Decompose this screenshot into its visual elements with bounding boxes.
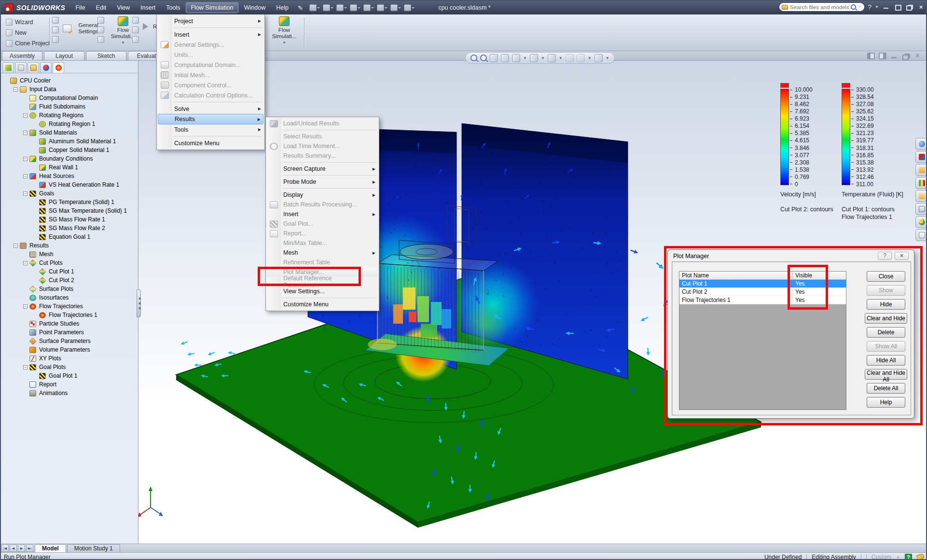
toolbar-icon[interactable] [97, 36, 104, 43]
tree-item-rotating-regions[interactable]: −Rotating Regions [1, 111, 138, 120]
tree-item-heat-sources[interactable]: −Heat Sources [1, 172, 138, 180]
menu-item-load-time-moment[interactable]: Load Time Moment... [267, 141, 378, 151]
menu-item-probe-mode[interactable]: Probe Mode▶ [267, 177, 378, 187]
menu-window[interactable]: Window [239, 2, 270, 13]
menu-item-load-unload-results[interactable]: Load/Unload Results [267, 119, 378, 128]
tree-item-results[interactable]: −Results [1, 241, 138, 250]
expand-collapse-box[interactable]: − [23, 365, 28, 369]
help-button[interactable]: Help [867, 397, 905, 408]
status-custom-dropdown[interactable]: Custom [872, 554, 891, 560]
toolbar-icon[interactable] [132, 36, 139, 43]
close-button[interactable]: × [917, 4, 925, 10]
print-icon[interactable] [350, 4, 357, 11]
tree-item-xy-plots[interactable]: XY Plots [1, 354, 138, 363]
menu-item-mesh[interactable]: Mesh▶ [267, 248, 378, 258]
tree-item-flow-trajectories-1[interactable]: Flow Trajectories 1 [1, 311, 138, 319]
tree-item-volume-parameters[interactable]: Volume Parameters [1, 345, 138, 354]
expand-collapse-box[interactable]: − [23, 261, 28, 265]
tab-sketch[interactable]: Sketch [86, 51, 126, 60]
tree-item-cut-plot-2[interactable]: Cut Plot 2 [1, 276, 138, 285]
menu-item-initial-mesh[interactable]: Initial Mesh... [158, 70, 263, 80]
design-library-tab[interactable] [915, 151, 927, 163]
tree-item-surface-parameters[interactable]: Surface Parameters [1, 337, 138, 345]
toolbar-icon[interactable] [52, 36, 59, 43]
search-input[interactable] [790, 4, 849, 10]
tree-item-vs-heat-generation-rate-1[interactable]: VS Heat Generation Rate 1 [1, 180, 138, 189]
zoom-to-area-icon[interactable] [480, 55, 487, 61]
search-scope-icon[interactable] [782, 5, 788, 10]
zoom-to-fit-icon[interactable] [470, 55, 477, 61]
undo-icon[interactable] [363, 4, 371, 11]
home-tab[interactable] [915, 164, 927, 176]
custom-properties-tab[interactable] [915, 229, 927, 241]
tree-item-goals[interactable]: −Goals [1, 189, 138, 198]
split-pane-right-icon[interactable] [879, 53, 886, 59]
wizard-button[interactable]: Wizard [3, 17, 53, 27]
solidworks-resources-tab[interactable] [915, 138, 927, 150]
menu-item-goal-plot[interactable]: Goal Plot... [267, 219, 378, 229]
tab-layout[interactable]: Layout [44, 51, 84, 60]
pushpin-icon[interactable]: ✎ [298, 4, 303, 12]
menu-item-computational-domain[interactable]: Computational Domain... [158, 60, 263, 70]
flow-simulation-tree-tab[interactable] [53, 62, 64, 73]
configuration-manager-tab[interactable] [28, 62, 39, 73]
tree-item-boundary-conditions[interactable]: −Boundary Conditions [1, 154, 138, 163]
tree-item-real-wall-1[interactable]: Real Wall 1 [1, 163, 138, 172]
first-tab-button[interactable]: |◀ [1, 545, 9, 552]
apply-scene-icon[interactable] [577, 54, 585, 62]
toolbar-icon[interactable] [97, 17, 104, 24]
file-explorer-tab[interactable] [915, 190, 927, 202]
plot-row-cut-plot-2[interactable]: Cut Plot 2Yes [679, 288, 846, 296]
library-tab[interactable] [915, 177, 927, 189]
menu-item-display[interactable]: Display▶ [267, 190, 378, 200]
menu-item-results-summary[interactable]: Results Summary... [267, 151, 378, 161]
hide-all-button[interactable]: Hide All [867, 355, 905, 366]
menu-item-component-control[interactable]: Component Control... [158, 80, 263, 90]
tree-item-computational-domain[interactable]: Computational Domain [1, 94, 138, 102]
last-tab-button[interactable]: ▶| [26, 545, 33, 552]
menu-tools[interactable]: Tools [161, 2, 185, 13]
help-icon[interactable]: ? [868, 3, 872, 11]
panel-splitter-handle[interactable] [137, 289, 141, 317]
flow-simulation-button-2[interactable]: Flow Simulati... ▼ [269, 16, 299, 45]
view-orientation-icon[interactable] [512, 54, 520, 62]
tree-item-input-data[interactable]: −Input Data [1, 85, 138, 94]
tree-item-flow-trajectories[interactable]: −Flow Trajectories [1, 302, 138, 311]
pane-close-icon[interactable]: × [913, 53, 921, 59]
expand-collapse-box[interactable]: − [23, 191, 28, 196]
display-style-icon[interactable] [530, 54, 538, 62]
clear-and-hide-button[interactable]: Clear and Hide [865, 313, 907, 324]
tree-item-isosurfaces[interactable]: Isosurfaces [1, 293, 138, 302]
appearances-tab[interactable] [915, 216, 927, 228]
section-view-icon[interactable] [501, 54, 509, 62]
toolbar-icon[interactable] [132, 17, 139, 24]
tree-item-sg-mass-flow-rate-2[interactable]: SG Mass Flow Rate 2 [1, 224, 138, 232]
view-settings-icon[interactable] [595, 54, 603, 62]
display-manager-tab[interactable] [40, 62, 52, 73]
new-project-button[interactable]: New [3, 27, 53, 38]
hide-show-items-icon[interactable] [548, 54, 556, 62]
clear-and-hide-all-button[interactable]: Clear and Hide All [865, 369, 907, 380]
dialog-help-button[interactable]: ? [878, 252, 892, 260]
options-icon[interactable] [404, 4, 411, 11]
tree-item-particle-studies[interactable]: Particle Studies [1, 319, 138, 328]
menu-file[interactable]: File [70, 2, 90, 13]
tree-item-goal-plot-1[interactable]: Goal Plot 1 [1, 371, 138, 380]
toolbar-icon[interactable] [52, 17, 59, 24]
menu-item-insert[interactable]: Insert▶ [267, 209, 378, 219]
restore-button[interactable] [894, 4, 902, 10]
select-icon[interactable] [390, 4, 398, 11]
search-box[interactable]: ▼ [779, 2, 865, 12]
menu-item-view-settings[interactable]: View Settings... [267, 287, 378, 296]
expand-collapse-box[interactable]: − [14, 87, 18, 92]
close-button[interactable]: Close [867, 271, 905, 282]
property-manager-tab[interactable] [15, 62, 27, 73]
menu-item-general-settings[interactable]: General Settings... [158, 40, 263, 50]
tab-assembly[interactable]: Assembly [2, 51, 42, 60]
plot-row-cut-plot-1[interactable]: Cut Plot 1Yes [679, 280, 846, 288]
expand-collapse-box[interactable]: − [23, 174, 28, 178]
prev-tab-button[interactable]: ◀ [10, 545, 17, 552]
menu-item-screen-capture[interactable]: Screen Capture▶ [267, 164, 378, 174]
menu-edit[interactable]: Edit [91, 2, 111, 13]
menu-item-min-max-table[interactable]: Min/Max Table... [267, 238, 378, 248]
